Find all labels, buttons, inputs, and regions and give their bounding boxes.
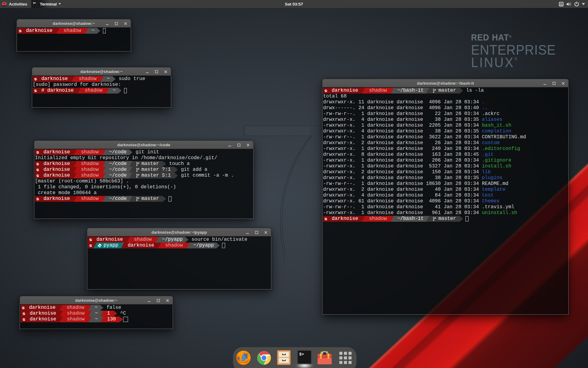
svg-text:$>: $> — [299, 352, 304, 357]
